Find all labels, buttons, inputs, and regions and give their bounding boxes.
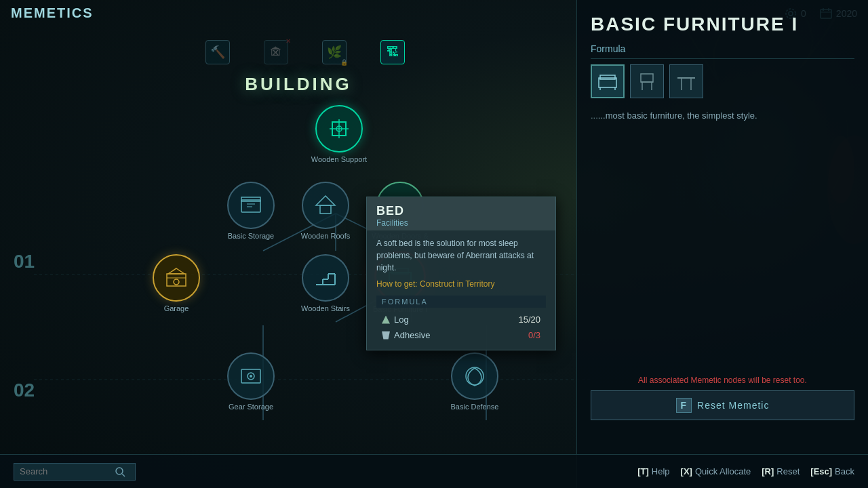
node-garage[interactable]: Garage (146, 254, 207, 313)
wooden-roofs-icon (302, 182, 349, 229)
app-title: MEMETICS (11, 5, 94, 21)
panel-title: BASIC FURNITURE I (591, 14, 854, 35)
tab-icon-1: 🔨 (205, 40, 230, 64)
reset-warning: All associated Memetic nodes will be res… (591, 375, 854, 385)
node-basic-storage[interactable]: Basic Storage (220, 182, 281, 241)
node-wooden-stairs[interactable]: Wooden Stairs (295, 254, 356, 313)
table-formula-icon (676, 71, 696, 92)
hotkey-back: [Esc] Back (810, 466, 854, 476)
popup-description: A soft bed is the solution for most slee… (376, 237, 546, 274)
svg-rect-26 (241, 197, 260, 201)
wooden-stairs-label: Wooden Stairs (301, 304, 350, 313)
svg-point-36 (174, 279, 179, 285)
hotkeys: [T] Help [X] Quick Allocate [R] Reset [E… (637, 466, 854, 476)
adhesive-resource-name: Adhesive (382, 330, 430, 340)
tab-item-2[interactable]: 🏚 ✕ (264, 40, 288, 64)
detail-text-content: ...most basic furniture, the simplest st… (598, 110, 757, 121)
formula-item-bed (591, 64, 625, 98)
gear-storage-icon (227, 352, 275, 400)
popup-formula-label: FORMULA (376, 296, 546, 308)
popup-subtitle: Facilities (376, 218, 546, 228)
svg-point-64 (116, 468, 123, 474)
svg-rect-30 (320, 205, 331, 214)
popup-resource-log: Log 15/20 (376, 312, 546, 327)
hotkey-reset: [R] Reset (762, 466, 800, 476)
tab-lock-icon: 🔒 (340, 59, 348, 66)
wooden-roofs-label: Wooden Roofs (301, 232, 351, 241)
formula-items (591, 64, 854, 98)
reset-key-badge: F (676, 398, 692, 413)
bed-popup: BED Facilities A soft bed is the solutio… (366, 197, 556, 350)
adhesive-icon (382, 331, 390, 340)
stairs-icon (313, 266, 338, 290)
node-basic-defense[interactable]: Basic Defense (444, 352, 505, 411)
storage-icon (239, 193, 263, 218)
gear-storage-label: Gear Storage (229, 403, 273, 411)
svg-line-65 (122, 474, 125, 476)
popup-resource-adhesive: Adhesive 0/3 (376, 327, 546, 343)
section-title: BUILDING (0, 74, 597, 95)
adhesive-label: Adhesive (394, 330, 430, 340)
search-input[interactable] (20, 466, 115, 476)
node-gear-storage[interactable]: Gear Storage (220, 352, 281, 411)
node-wooden-support[interactable]: Wooden Support (309, 105, 370, 164)
basic-defense-icon (451, 352, 498, 400)
building-icon (327, 117, 351, 141)
popup-header: BED Facilities (367, 197, 555, 230)
detail-description: ......most basic furniture, the simplest… (591, 109, 854, 123)
tab-icon-2: 🏚 (264, 40, 288, 64)
adhesive-count: 0/3 (528, 330, 540, 340)
bottom-bar: [T] Help [X] Quick Allocate [R] Reset [E… (0, 454, 868, 488)
svg-point-51 (250, 375, 252, 378)
tab-item-3[interactable]: 🌿 🔒 (322, 40, 347, 64)
chair-formula-icon (637, 71, 657, 92)
svg-rect-57 (641, 74, 653, 82)
formula-section-label: Formula (591, 43, 854, 59)
bed-formula-icon (597, 71, 618, 92)
basic-defense-label: Basic Defense (451, 403, 499, 411)
tab-item-1[interactable]: 🔨 (205, 40, 230, 64)
popup-title: BED (376, 204, 546, 218)
log-icon (382, 316, 390, 324)
log-count: 15/20 (518, 314, 540, 325)
search-box[interactable] (14, 463, 136, 481)
gear-storage-icon-svg (239, 364, 263, 388)
svg-marker-29 (316, 196, 335, 205)
reset-memetic-button[interactable]: F Reset Memetic (591, 390, 854, 420)
node-wooden-roofs[interactable]: Wooden Roofs (295, 182, 356, 241)
wooden-support-label: Wooden Support (311, 155, 367, 164)
right-panel: BASIC FURNITURE I Formula (576, 0, 868, 488)
row-label-01: 01 (14, 251, 35, 272)
garage-label: Garage (164, 304, 189, 313)
formula-item-table (669, 64, 703, 98)
wooden-stairs-icon (302, 254, 349, 302)
tab-item-4[interactable]: 🏗 (380, 40, 405, 64)
gear-building-icon (164, 266, 189, 290)
tab-icon-4: 🏗 (380, 40, 405, 64)
log-label: Log (394, 314, 409, 325)
basic-storage-icon (227, 182, 275, 229)
garage-icon (153, 254, 200, 302)
svg-marker-37 (168, 268, 184, 274)
log-resource-name: Log (382, 314, 409, 325)
popup-body: A soft bed is the solution for most slee… (367, 230, 555, 350)
formula-item-chair (630, 64, 664, 98)
roof-icon (313, 193, 338, 218)
tab-bar: 🔨 🏚 ✕ 🌿 🔒 🏗 (136, 37, 475, 67)
popup-how-to-get: How to get: Construct in Territory (376, 279, 546, 289)
defense-icon (462, 364, 487, 388)
hotkey-quick-allocate: [X] Quick Allocate (681, 466, 751, 476)
row-label-02: 02 (14, 380, 35, 401)
wooden-support-icon (315, 105, 363, 152)
reset-button-label: Reset Memetic (697, 400, 769, 411)
basic-storage-label: Basic Storage (228, 232, 274, 241)
search-icon (115, 466, 125, 477)
hotkey-help: [T] Help (637, 466, 669, 476)
svg-rect-54 (600, 75, 615, 79)
tab-lock-x: ✕ (285, 37, 291, 45)
